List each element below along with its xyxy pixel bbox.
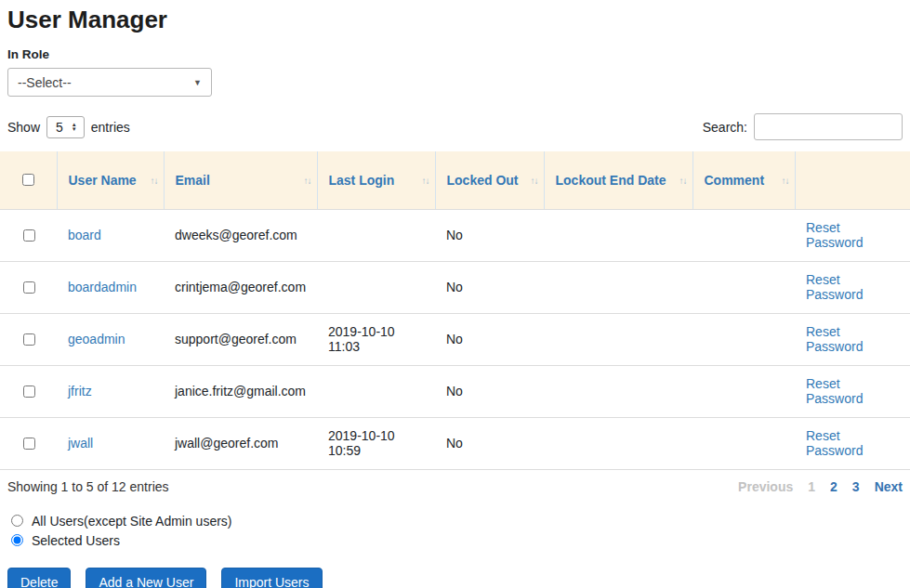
column-header-locked-out[interactable]: Locked Out [435, 151, 544, 209]
selected-users-radio[interactable] [11, 534, 23, 546]
role-select-value: --Select-- [18, 75, 72, 90]
reset-password-link[interactable]: Reset Password [806, 220, 863, 250]
selected-users-label: Selected Users [32, 533, 120, 548]
user-name-link[interactable]: boardadmin [68, 280, 137, 294]
reset-password-link[interactable]: Reset Password [806, 428, 863, 458]
lockout-end-date-cell [544, 313, 692, 365]
user-name-link[interactable]: jfritz [68, 384, 92, 399]
lockout-end-date-cell [544, 261, 692, 313]
last-login-cell [317, 365, 435, 417]
sort-icon[interactable] [531, 175, 538, 185]
entries-select[interactable]: 5 ▲▼ [46, 116, 85, 138]
locked-out-cell: No [435, 209, 544, 261]
reset-password-link[interactable]: Reset Password [806, 324, 863, 354]
reset-password-link[interactable]: Reset Password [806, 376, 863, 406]
last-login-cell [317, 261, 435, 313]
comment-cell [692, 209, 795, 261]
reset-password-link[interactable]: Reset Password [806, 272, 863, 302]
email-cell: janice.fritz@gmail.com [164, 365, 317, 417]
sort-icon[interactable] [679, 175, 687, 185]
delete-button[interactable]: Delete [7, 568, 71, 588]
pagination-next[interactable]: Next [875, 479, 903, 494]
import-users-button[interactable]: Import Users [221, 568, 322, 588]
last-login-cell: 2019-10-10 11:03 [317, 313, 435, 365]
comment-cell [692, 417, 795, 469]
all-users-radio[interactable] [11, 515, 23, 527]
pagination-page-2[interactable]: 2 [830, 479, 837, 494]
column-header-last-login[interactable]: Last Login [317, 151, 435, 209]
sort-icon[interactable] [304, 175, 311, 185]
spinner-arrows-icon: ▲▼ [72, 123, 77, 132]
row-checkbox[interactable] [23, 385, 35, 398]
select-all-checkbox[interactable] [22, 174, 34, 186]
action-buttons: Delete Add a New User Import Users [0, 568, 910, 588]
table-info: Showing 1 to 5 of 12 entries [7, 479, 169, 494]
locked-out-cell: No [435, 417, 544, 469]
lockout-end-date-cell [544, 209, 692, 261]
show-label: Show [7, 120, 40, 135]
table-row: geoadmin support@georef.com 2019-10-10 1… [0, 313, 910, 365]
sort-icon[interactable] [151, 175, 158, 185]
all-users-label: All Users(except Site Admin users) [32, 514, 232, 529]
comment-cell [692, 365, 795, 417]
table-row: jwall jwall@georef.com 2019-10-10 10:59 … [0, 417, 910, 469]
user-name-link[interactable]: board [68, 228, 101, 242]
comment-cell [692, 313, 795, 365]
email-cell: support@georef.com [164, 313, 317, 365]
row-checkbox[interactable] [23, 281, 35, 294]
column-header-email[interactable]: Email [164, 151, 317, 209]
pagination-previous[interactable]: Previous [738, 479, 793, 494]
user-selection-group: All Users(except Site Admin users) Selec… [0, 507, 910, 555]
search-label: Search: [703, 120, 747, 135]
locked-out-cell: No [435, 365, 544, 417]
role-filter-section: In Role --Select-- ▼ [0, 47, 910, 97]
locked-out-cell: No [435, 261, 544, 313]
column-header-actions [795, 151, 910, 209]
pagination-page-3[interactable]: 3 [852, 479, 860, 494]
last-login-cell [317, 209, 435, 261]
search-input[interactable] [754, 113, 903, 140]
in-role-label: In Role [7, 47, 903, 61]
pagination: Previous 1 2 3 Next [723, 479, 903, 494]
row-checkbox[interactable] [23, 333, 35, 346]
table-row: board dweeks@georef.com No Reset Passwor… [0, 209, 910, 261]
table-controls: Show 5 ▲▼ entries Search: [0, 113, 910, 140]
table-footer: Showing 1 to 5 of 12 entries Previous 1 … [0, 470, 910, 507]
locked-out-cell: No [435, 313, 544, 365]
radio-option-all-users[interactable]: All Users(except Site Admin users) [11, 514, 899, 529]
radio-option-selected-users[interactable]: Selected Users [11, 533, 899, 548]
email-cell: jwall@georef.com [164, 417, 317, 469]
user-name-link[interactable]: geoadmin [68, 332, 125, 346]
search-control: Search: [703, 113, 903, 140]
entries-select-value: 5 [56, 120, 63, 135]
header-select-all [0, 151, 57, 209]
column-header-user-name[interactable]: User Name [57, 151, 164, 209]
comment-cell [692, 261, 795, 313]
role-select[interactable]: --Select-- ▼ [7, 68, 212, 97]
user-name-link[interactable]: jwall [68, 436, 93, 451]
email-cell: crintjema@georef.com [164, 261, 317, 313]
column-header-comment[interactable]: Comment [692, 151, 795, 209]
row-checkbox[interactable] [23, 438, 35, 450]
lockout-end-date-cell [544, 365, 692, 417]
table-row: jfritz janice.fritz@gmail.com No Reset P… [0, 365, 910, 417]
pagination-page-1[interactable]: 1 [808, 479, 815, 494]
page-title: User Manager [0, 6, 910, 34]
row-checkbox[interactable] [23, 229, 35, 242]
last-login-cell: 2019-10-10 10:59 [317, 417, 435, 469]
column-header-lockout-end-date[interactable]: Lockout End Date [544, 151, 692, 209]
add-new-user-button[interactable]: Add a New User [86, 568, 206, 588]
lockout-end-date-cell [544, 417, 692, 469]
users-table: User Name Email Last Login Locked Out Lo… [0, 151, 910, 470]
table-header-row: User Name Email Last Login Locked Out Lo… [0, 151, 910, 209]
sort-icon[interactable] [782, 175, 789, 185]
page-length-control: Show 5 ▲▼ entries [7, 116, 130, 138]
entries-label: entries [91, 120, 130, 135]
dropdown-arrow-icon: ▼ [193, 78, 202, 87]
table-row: boardadmin crintjema@georef.com No Reset… [0, 261, 910, 313]
sort-icon[interactable] [422, 175, 429, 185]
email-cell: dweeks@georef.com [164, 209, 317, 261]
